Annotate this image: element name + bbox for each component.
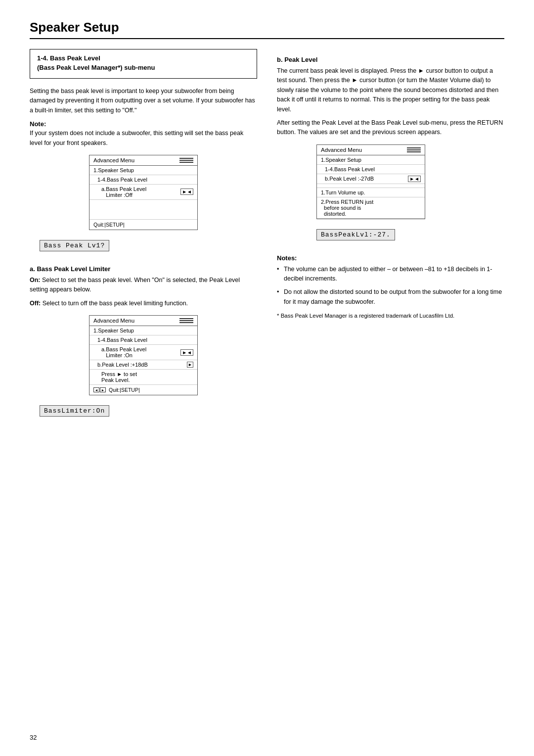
- subsection-a-title: a. Bass Peak Level Limiter: [30, 265, 257, 273]
- menu-spacer-off: [89, 200, 197, 220]
- menu-header-decoration: [179, 158, 193, 163]
- notes-item-1: The volume can be adjusted to either – o…: [277, 265, 504, 284]
- menu-row-b-peak-on: b.Peak Level :+18dB ►: [89, 360, 197, 370]
- page-number: 32: [30, 734, 37, 741]
- menu-icon-on: ►◄: [180, 349, 193, 356]
- lcd-display-b: BassPeakLvl:-27.: [316, 229, 395, 240]
- footer-press-icons: ◄ ►: [93, 387, 106, 392]
- menu-footer-off: Quit:|SETUP|: [89, 220, 197, 230]
- section-subheading: (Bass Peak Level Manager*) sub-menu: [37, 64, 250, 71]
- subsection-b-title: b. Peak Level: [277, 56, 504, 63]
- menu-row-speaker-setup-off: 1.Speaker Setup: [89, 166, 197, 175]
- menu-screen-on: Advanced Menu 1.Speaker Setup 1-4.Bass P…: [89, 315, 198, 395]
- lcd-display-off: Bass Peak Lv1?: [40, 240, 109, 251]
- menu-row-turn-volume: 1.Turn Volume up.: [317, 188, 425, 197]
- subsection-a-on: On: Select to set the bass peak level. W…: [30, 276, 257, 295]
- menu-header-title-off: Advanced Menu: [93, 157, 134, 163]
- menu-row-press-return: 2.Press RETURN just before sound is dist…: [317, 197, 425, 219]
- menu-icon-off: ►◄: [180, 189, 193, 195]
- section-heading: 1-4. Bass Peak Level: [37, 54, 250, 62]
- menu-row-a-bass-off: a.Bass Peak Level Limiter :Off ►◄: [89, 185, 197, 200]
- menu-icon-b: ►◄: [408, 176, 421, 182]
- menu-header-decoration-b: [407, 147, 421, 152]
- section-header-box: 1-4. Bass Peak Level (Bass Peak Level Ma…: [30, 49, 257, 79]
- menu-header-title-b: Advanced Menu: [321, 147, 362, 153]
- notes-item-2: Do not allow the distorted sound to be o…: [277, 287, 504, 307]
- lcd-display-on: BassLimiter:On: [40, 405, 109, 417]
- menu-header-title-on: Advanced Menu: [93, 318, 134, 324]
- note-text: If your system does not include a subwoo…: [30, 129, 257, 148]
- menu-row-b-peak-b: b.Peak Level :-27dB ►◄: [317, 174, 425, 184]
- menu-screen-b: Advanced Menu 1.Speaker Setup 1-4.Bass P…: [316, 144, 425, 219]
- menu-header-b: Advanced Menu: [317, 145, 425, 155]
- section-intro: Setting the bass peak level is important…: [30, 87, 257, 115]
- page-title: Speaker Setup: [30, 20, 504, 39]
- notes-title: Notes:: [277, 254, 504, 262]
- footnote: * Bass Peak Level Manager is a registere…: [277, 312, 504, 320]
- menu-row-press-on: Press ► to set Peak Level.: [89, 370, 197, 385]
- menu-row-bass-peak-level-off: 1-4.Bass Peak Level: [89, 175, 197, 185]
- subsection-b-body2: After setting the Peak Level at the Bass…: [277, 118, 504, 138]
- menu-row-speaker-setup-b: 1.Speaker Setup: [317, 155, 425, 165]
- menu-row-bass-peak-level-b: 1-4.Bass Peak Level: [317, 165, 425, 174]
- menu-spacer-b: [317, 184, 425, 188]
- subsection-b-body1: The current bass peak level is displayed…: [277, 66, 504, 114]
- menu-footer-on: ◄ ► Quit:|SETUP|: [89, 385, 197, 395]
- notes-list: The volume can be adjusted to either – o…: [277, 265, 504, 307]
- menu-row-speaker-setup-on: 1.Speaker Setup: [89, 326, 197, 335]
- subsection-a-off: Off: Select to turn off the bass peak le…: [30, 299, 257, 308]
- menu-row-a-bass-on: a.Bass Peak Level Limiter :On ►◄: [89, 345, 197, 360]
- note-label: Note:: [30, 120, 257, 128]
- menu-small-icon-on: ►: [187, 362, 193, 368]
- menu-header-decoration-on: [179, 318, 193, 323]
- menu-header-off: Advanced Menu: [89, 155, 197, 166]
- menu-row-bass-peak-level-on: 1-4.Bass Peak Level: [89, 335, 197, 345]
- menu-header-on: Advanced Menu: [89, 316, 197, 326]
- menu-screen-off: Advanced Menu 1.Speaker Setup 1-4.Bass P…: [89, 155, 198, 230]
